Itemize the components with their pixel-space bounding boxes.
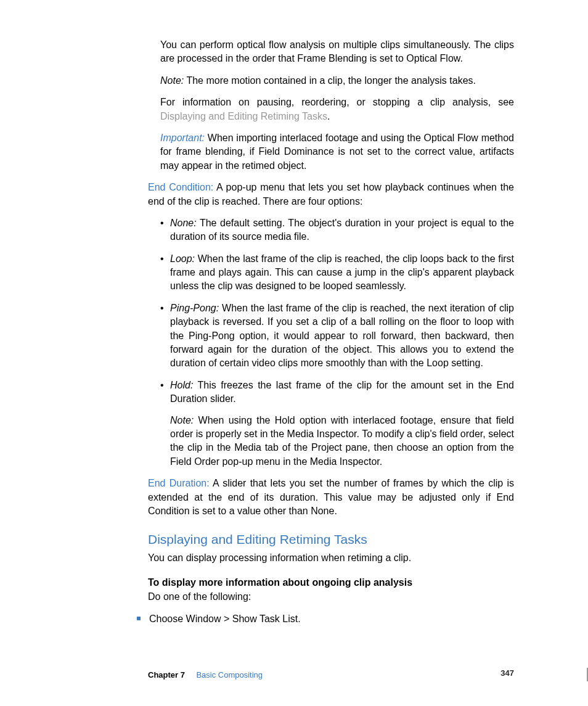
note-text: When using the Hold option with interlac…	[170, 415, 514, 467]
option-term-hold: Hold:	[170, 380, 193, 390]
important-label: Important:	[160, 133, 205, 143]
task-steps-list: Choose Window > Show Task List.	[137, 612, 514, 626]
section-heading-retiming-tasks: Displaying and Editing Retiming Tasks	[148, 530, 514, 548]
option-text: When the last frame of the clip is reach…	[170, 303, 514, 369]
list-item: Loop: When the last frame of the clip is…	[160, 252, 514, 293]
end-duration-label: End Duration:	[148, 478, 210, 488]
hold-note: Note: When using the Hold option with in…	[170, 414, 514, 469]
section-do-text: Do one of the following:	[148, 590, 514, 604]
page-content: You can perform optical flow analysis on…	[55, 38, 533, 626]
list-item: Choose Window > Show Task List.	[137, 612, 514, 626]
note-label: Note:	[160, 75, 184, 86]
end-condition-para: End Condition: A pop-up menu that lets y…	[148, 181, 514, 208]
intro-block: You can perform optical flow analysis on…	[148, 38, 514, 173]
option-term-pingpong: Ping-Pong:	[170, 303, 219, 313]
text-fragment: .	[327, 111, 330, 121]
intro-para-2: For information on pausing, reordering, …	[160, 96, 514, 123]
end-duration-para: End Duration: A slider that lets you set…	[148, 477, 514, 518]
list-item: None: The default setting. The object's …	[160, 216, 514, 244]
option-text: The default setting. The object's durati…	[170, 218, 514, 242]
page-number: 347	[500, 668, 514, 679]
page-footer: Chapter 7 Basic Compositing 347	[0, 668, 588, 681]
option-text: This freezes the last frame of the clip …	[170, 380, 514, 404]
option-text: When the last frame of the clip is reach…	[170, 253, 514, 292]
section-subheading: To display more information about ongoin…	[148, 576, 514, 589]
end-condition-options: None: The default setting. The object's …	[148, 216, 514, 469]
list-item: Ping-Pong: When the last frame of the cl…	[160, 302, 514, 371]
intro-note: Note: The more motion contained in a cli…	[160, 74, 514, 88]
chapter-number: Chapter 7	[148, 670, 185, 679]
end-condition-label: End Condition:	[148, 182, 213, 192]
intro-important: Important: When importing interlaced foo…	[160, 131, 514, 173]
chapter-title: Basic Compositing	[196, 670, 263, 679]
important-text: When importing interlaced footage and us…	[160, 133, 514, 171]
intro-para-1: You can perform optical flow analysis on…	[160, 38, 514, 66]
list-item: Hold: This freezes the last frame of the…	[160, 379, 514, 469]
section-intro: You can display processing information w…	[148, 551, 514, 565]
step-text: Choose Window > Show Task List.	[149, 614, 301, 624]
option-term-loop: Loop:	[170, 253, 195, 264]
text-fragment: For information on pausing, reordering, …	[160, 97, 514, 107]
note-label: Note:	[170, 415, 194, 425]
option-term-none: None:	[170, 218, 197, 228]
link-displaying-editing-retiming[interactable]: Displaying and Editing Retiming Tasks	[160, 111, 327, 121]
note-text: The more motion contained in a clip, the…	[184, 75, 476, 86]
